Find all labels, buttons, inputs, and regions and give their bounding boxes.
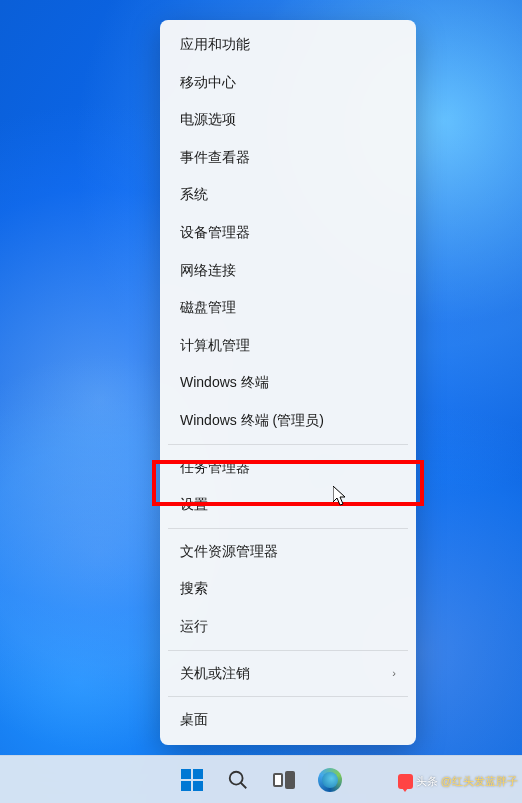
menu-separator xyxy=(168,528,408,529)
winx-context-menu: 应用和功能移动中心电源选项事件查看器系统设备管理器网络连接磁盘管理计算机管理Wi… xyxy=(160,20,416,745)
menu-separator xyxy=(168,696,408,697)
search-icon xyxy=(227,769,249,791)
menu-item-label: 系统 xyxy=(180,185,208,205)
menu-item-8[interactable]: 计算机管理 xyxy=(166,327,410,365)
menu-item-17[interactable]: 桌面 xyxy=(166,701,410,739)
menu-item-label: 设置 xyxy=(180,495,208,515)
menu-item-14[interactable]: 搜索 xyxy=(166,570,410,608)
menu-item-label: 运行 xyxy=(180,617,208,637)
menu-item-9[interactable]: Windows 终端 xyxy=(166,364,410,402)
watermark-attribution: 头条 @红头发蓝胖子 xyxy=(398,774,522,789)
svg-line-1 xyxy=(241,782,247,788)
menu-item-label: 设备管理器 xyxy=(180,223,250,243)
menu-item-4[interactable]: 系统 xyxy=(166,176,410,214)
start-button[interactable] xyxy=(172,760,212,800)
menu-item-label: Windows 终端 (管理员) xyxy=(180,411,324,431)
menu-item-16[interactable]: 关机或注销› xyxy=(166,655,410,693)
menu-item-10[interactable]: Windows 终端 (管理员) xyxy=(166,402,410,440)
menu-item-0[interactable]: 应用和功能 xyxy=(166,26,410,64)
menu-separator xyxy=(168,650,408,651)
menu-item-6[interactable]: 网络连接 xyxy=(166,252,410,290)
taskbar-center-group xyxy=(172,760,350,800)
edge-icon xyxy=(318,768,342,792)
menu-item-label: Windows 终端 xyxy=(180,373,269,393)
attribution-label: 头条 xyxy=(416,774,438,789)
search-button[interactable] xyxy=(218,760,258,800)
menu-item-7[interactable]: 磁盘管理 xyxy=(166,289,410,327)
attribution-link: @红头发蓝胖子 xyxy=(441,774,518,789)
edge-browser-button[interactable] xyxy=(310,760,350,800)
menu-item-12[interactable]: 设置 xyxy=(166,486,410,524)
menu-item-label: 任务管理器 xyxy=(180,458,250,478)
svg-point-0 xyxy=(230,771,243,784)
menu-item-label: 磁盘管理 xyxy=(180,298,236,318)
menu-item-1[interactable]: 移动中心 xyxy=(166,64,410,102)
menu-item-3[interactable]: 事件查看器 xyxy=(166,139,410,177)
menu-item-label: 应用和功能 xyxy=(180,35,250,55)
menu-item-label: 关机或注销 xyxy=(180,664,250,684)
menu-item-label: 网络连接 xyxy=(180,261,236,281)
menu-item-label: 移动中心 xyxy=(180,73,236,93)
menu-item-label: 桌面 xyxy=(180,710,208,730)
menu-item-5[interactable]: 设备管理器 xyxy=(166,214,410,252)
menu-item-13[interactable]: 文件资源管理器 xyxy=(166,533,410,571)
menu-item-2[interactable]: 电源选项 xyxy=(166,101,410,139)
menu-item-15[interactable]: 运行 xyxy=(166,608,410,646)
task-view-icon xyxy=(273,771,295,789)
menu-item-11[interactable]: 任务管理器 xyxy=(166,449,410,487)
menu-item-label: 搜索 xyxy=(180,579,208,599)
menu-item-label: 计算机管理 xyxy=(180,336,250,356)
menu-item-label: 事件查看器 xyxy=(180,148,250,168)
menu-item-label: 电源选项 xyxy=(180,110,236,130)
menu-item-label: 文件资源管理器 xyxy=(180,542,278,562)
menu-separator xyxy=(168,444,408,445)
toutiao-icon xyxy=(398,774,413,789)
chevron-right-icon: › xyxy=(392,666,396,681)
windows-logo-icon xyxy=(181,769,203,791)
task-view-button[interactable] xyxy=(264,760,304,800)
